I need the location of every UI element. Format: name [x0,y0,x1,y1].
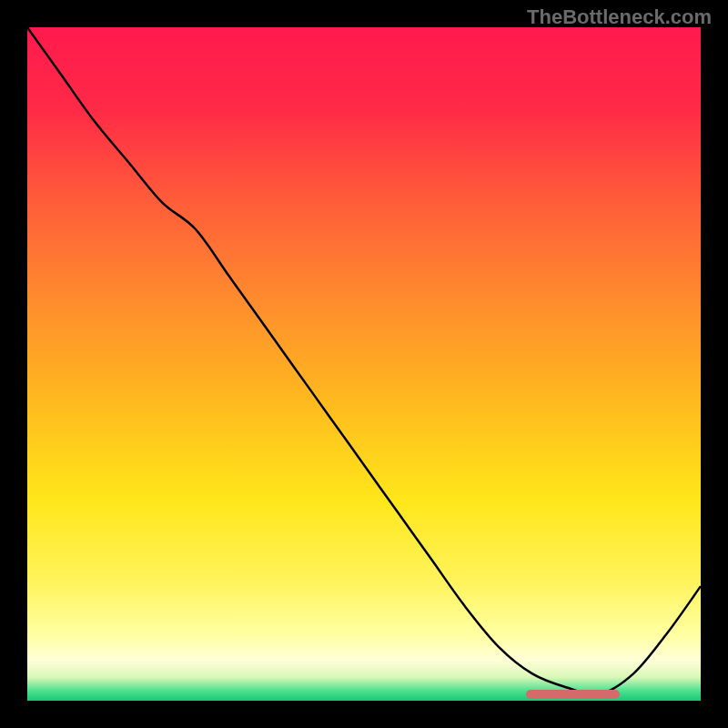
chart-plot-area [27,27,701,701]
bottleneck-curve [27,27,701,701]
optimal-range-marker [526,690,621,699]
watermark-text: TheBottleneck.com [527,5,712,29]
